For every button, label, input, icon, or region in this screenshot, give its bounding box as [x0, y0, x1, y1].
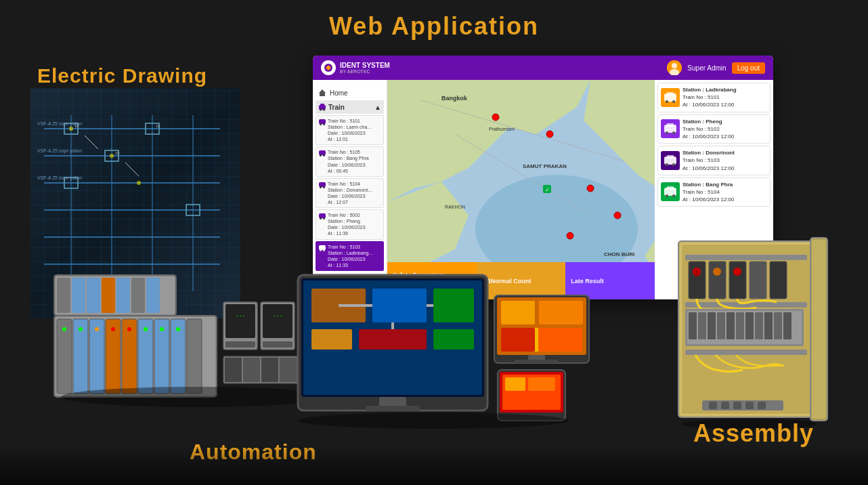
station-info-2: Station : Pheng Train No : 5102 At : 10/…: [682, 118, 735, 141]
svg-rect-180: [689, 312, 697, 339]
sidebar-train-item-4[interactable]: Train No : 5002Station : PhengDate : 10/…: [316, 209, 384, 239]
station-info-3: Station : Donsrinont Train No : 5103 At …: [682, 149, 735, 172]
svg-rect-174: [729, 261, 746, 299]
station-name-3: Station : Donsrinont: [682, 149, 735, 156]
station-name-4: Station : Bang Phra: [682, 181, 735, 188]
svg-point-38: [320, 154, 322, 156]
svg-rect-166: [685, 255, 807, 260]
svg-point-104: [176, 327, 180, 331]
svg-rect-194: [733, 402, 741, 409]
svg-text:Prathumtani: Prathumtani: [489, 127, 515, 131]
station-at-1: At : 10/06/2023 12:00: [682, 101, 737, 108]
station-train-4: Train No : 5104: [682, 188, 735, 196]
svg-point-100: [111, 327, 115, 331]
svg-rect-147: [366, 406, 420, 411]
svg-point-45: [323, 217, 325, 219]
train-item-4-text: Train No : 5002Station : PhengDate : 10/…: [328, 212, 366, 236]
svg-text:---: ---: [236, 313, 245, 319]
svg-rect-154: [538, 328, 582, 352]
automation-title: Automation: [190, 440, 317, 465]
station-card-3: Station : Donsrinont Train No : 5103 At …: [657, 146, 771, 175]
svg-point-77: [672, 131, 675, 134]
svg-rect-172: [709, 261, 726, 299]
svg-rect-146: [379, 397, 406, 407]
logo-title: IDENT SYSTEM: [340, 62, 390, 69]
svg-rect-195: [745, 402, 754, 409]
svg-text:10: 10: [115, 151, 120, 155]
svg-rect-108: [72, 278, 85, 313]
svg-rect-160: [505, 377, 525, 391]
map-area: Bangkok Prathumtani SAMUT PRAKAN RAKHON …: [387, 80, 655, 262]
svg-point-39: [323, 154, 325, 156]
station-at-4: At : 10/06/2023 12:00: [682, 196, 735, 203]
sidebar-train-item-1[interactable]: Train No : 5101Station : Laem cha...Date…: [316, 115, 384, 145]
station-card-1: Station : Ladkrabang Train No : 5101 At …: [657, 83, 771, 112]
train-item-3-text: Train No : 5104Station : Donsinont...Dat…: [328, 181, 372, 205]
hmi-screens-area: [284, 275, 609, 451]
svg-rect-139: [433, 289, 474, 322]
svg-rect-34: [319, 119, 326, 124]
svg-rect-113: [146, 278, 160, 313]
svg-point-22: [69, 127, 73, 131]
svg-point-47: [320, 249, 322, 251]
svg-rect-189: [774, 312, 782, 339]
svg-point-102: [144, 327, 148, 331]
svg-rect-188: [764, 312, 773, 339]
svg-point-41: [320, 186, 322, 188]
station-icon-1: [661, 88, 680, 107]
station-at-2: At : 10/06/2023 12:00: [682, 133, 735, 140]
svg-point-33: [323, 109, 325, 111]
svg-text:VSF-A 25 ssyn yslion: VSF-A 25 ssyn yslion: [37, 148, 82, 154]
svg-text:CHON BURI: CHON BURI: [604, 251, 634, 257]
svg-rect-176: [750, 261, 766, 299]
station-card-2: Station : Pheng Train No : 5102 At : 10/…: [657, 114, 771, 144]
station-at-3: At : 10/06/2023 12:00: [682, 165, 735, 172]
logout-button[interactable]: Log out: [732, 62, 765, 74]
svg-rect-156: [515, 360, 559, 363]
svg-rect-186: [745, 312, 754, 339]
svg-rect-71: [667, 92, 674, 96]
sidebar-train-item-2[interactable]: Train No : 5105Station : Bang PhraDate :…: [316, 146, 384, 176]
sidebar-home[interactable]: Home: [313, 85, 387, 100]
svg-rect-187: [755, 312, 763, 339]
svg-point-99: [95, 327, 99, 331]
svg-rect-31: [320, 104, 324, 106]
svg-rect-183: [717, 312, 725, 339]
svg-text:VSF-A 25 ssyn yslion: VSF-A 25 ssyn yslion: [37, 175, 82, 181]
station-train-2: Train No : 5102: [682, 125, 735, 133]
sidebar-train-header[interactable]: Train ▲: [316, 100, 384, 114]
station-name-2: Station : Pheng: [682, 118, 735, 125]
svg-point-67: [614, 212, 621, 219]
svg-point-80: [666, 163, 668, 166]
svg-point-101: [127, 327, 131, 331]
svg-rect-96: [187, 319, 202, 394]
panel-main: Bangkok Prathumtani SAMUT PRAKAN RAKHON …: [387, 80, 655, 299]
svg-point-66: [567, 232, 573, 239]
sidebar-train-section: Train ▲ Train No : 5101Station : Laem ch…: [313, 100, 387, 284]
assembly-title: Assembly: [693, 419, 814, 448]
svg-text:Bangkok: Bangkok: [441, 95, 468, 102]
train-item-2-text: Train No : 5105Station : Bang PhraDate :…: [328, 149, 369, 173]
svg-rect-112: [131, 278, 145, 313]
svg-text:RAKHON: RAKHON: [445, 205, 465, 209]
svg-rect-182: [708, 312, 716, 339]
svg-point-44: [320, 217, 322, 219]
station-info-4: Station : Bang Phra Train No : 5104 At :…: [682, 181, 735, 204]
logo-text-block: IDENT SYSTEM BY AEROTEC: [340, 62, 390, 74]
svg-text:SAMUT PRAKAN: SAMUT PRAKAN: [523, 163, 567, 169]
svg-line-19: [125, 163, 139, 176]
svg-point-175: [733, 268, 741, 276]
svg-point-162: [298, 413, 569, 429]
svg-text:10: 10: [74, 124, 79, 128]
map-bg: Bangkok Prathumtani SAMUT PRAKAN RAKHON …: [387, 80, 655, 262]
page-container: Web Application Electric Drawing: [0, 0, 868, 485]
svg-line-18: [85, 135, 98, 149]
electric-drawing-title: Electric Drawing: [37, 64, 207, 87]
logo-icon: [321, 60, 336, 75]
sidebar-train-item-3[interactable]: Train No : 5104Station : Donsinont...Dat…: [316, 178, 384, 208]
svg-rect-75: [667, 123, 674, 127]
svg-text:10: 10: [156, 124, 160, 128]
svg-rect-37: [319, 150, 326, 155]
svg-rect-198: [812, 240, 826, 419]
svg-point-84: [666, 194, 668, 197]
